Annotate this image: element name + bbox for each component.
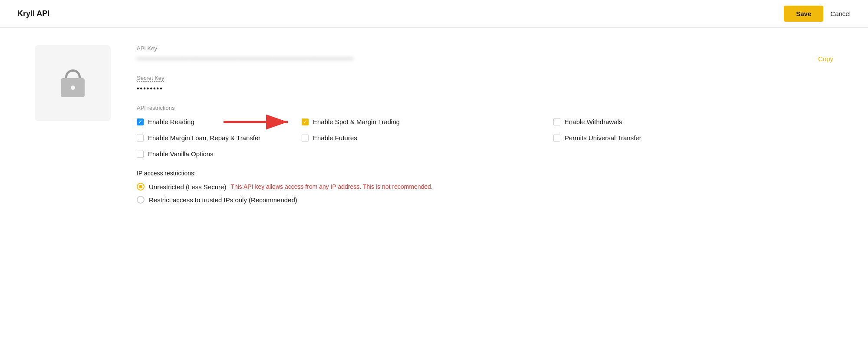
grid-empty-1 xyxy=(302,150,553,158)
ip-restrictions-label: IP access restrictions: xyxy=(137,170,833,177)
checkbox-universal-input[interactable] xyxy=(553,135,560,142)
header-actions: Save Cancel xyxy=(784,6,851,22)
main-content: API Key ••••••••••••••••••••••••••••••••… xyxy=(0,28,868,226)
lock-shackle-icon xyxy=(65,69,81,79)
grid-empty-2 xyxy=(553,150,833,158)
checkbox-vanilla-input[interactable] xyxy=(137,151,144,158)
restrictions-grid: ✓ Enable Reading xyxy=(137,118,833,158)
secret-key-label: Secret Key xyxy=(137,75,833,81)
checkbox-margin-loan-label: Enable Margin Loan, Repay & Transfer xyxy=(148,134,260,142)
checkbox-enable-spot-margin[interactable]: ✓ Enable Spot & Margin Trading xyxy=(302,118,553,125)
radio-trusted-ips[interactable]: Restrict access to trusted IPs only (Rec… xyxy=(137,196,833,204)
api-key-row: ••••••••••••••••••••••••••••••••••••••••… xyxy=(137,55,833,63)
checkbox-enable-withdrawals[interactable]: Enable Withdrawals xyxy=(553,118,833,125)
red-arrow-icon xyxy=(224,113,293,131)
app-title: Kryll API xyxy=(17,9,49,18)
radio-trusted-input[interactable] xyxy=(137,196,145,204)
ip-warning-text: This API key allows access from any IP a… xyxy=(230,183,433,190)
checkbox-universal-label: Permits Universal Transfer xyxy=(565,134,641,142)
checkbox-margin-loan-input[interactable] xyxy=(137,135,144,142)
secret-key-group: Secret Key •••••••• xyxy=(137,75,833,92)
arrow-annotation xyxy=(224,113,293,131)
radio-unrestricted-label-row: Unrestricted (Less Secure) This API key … xyxy=(149,183,433,191)
api-restrictions-section: API restrictions ✓ Enable Reading xyxy=(137,105,833,158)
restrictions-label: API restrictions xyxy=(137,105,833,111)
api-key-group: API Key ••••••••••••••••••••••••••••••••… xyxy=(137,45,833,63)
api-key-value: ••••••••••••••••••••••••••••••••••••••••… xyxy=(137,56,809,62)
copy-link[interactable]: Copy xyxy=(818,55,833,63)
checkbox-spot-margin-input[interactable]: ✓ xyxy=(302,118,309,125)
checkbox-reading-input[interactable]: ✓ xyxy=(137,118,144,125)
checkbox-reading-label: Enable Reading xyxy=(148,118,194,125)
checkbox-withdrawals-input[interactable] xyxy=(553,118,560,125)
lock-icon xyxy=(61,69,85,97)
checkbox-futures-input[interactable] xyxy=(302,135,309,142)
cancel-button[interactable]: Cancel xyxy=(830,10,851,17)
radio-unrestricted-input[interactable] xyxy=(137,183,145,191)
checkbox-vanilla-label: Enable Vanilla Options xyxy=(148,150,214,158)
checkbox-enable-futures[interactable]: Enable Futures xyxy=(302,134,553,142)
lock-keyhole-icon xyxy=(71,86,75,90)
radio-unrestricted[interactable]: Unrestricted (Less Secure) This API key … xyxy=(137,183,833,191)
save-button[interactable]: Save xyxy=(784,6,823,22)
api-key-label: API Key xyxy=(137,45,833,52)
radio-trusted-label: Restrict access to trusted IPs only (Rec… xyxy=(149,196,297,204)
ip-restrictions-section: IP access restrictions: Unrestricted (Le… xyxy=(137,170,833,204)
avatar-box xyxy=(35,45,111,121)
checkbox-withdrawals-label: Enable Withdrawals xyxy=(565,118,622,125)
avatar-section xyxy=(35,45,111,209)
radio-unrestricted-label: Unrestricted (Less Secure) xyxy=(149,183,226,191)
checkbox-enable-vanilla[interactable]: Enable Vanilla Options xyxy=(137,150,302,158)
checkmark-reading: ✓ xyxy=(138,119,142,124)
checkbox-futures-label: Enable Futures xyxy=(313,134,357,142)
form-section: API Key ••••••••••••••••••••••••••••••••… xyxy=(137,45,833,209)
secret-key-value: •••••••• xyxy=(137,85,833,92)
checkbox-permits-universal[interactable]: Permits Universal Transfer xyxy=(553,134,833,142)
radio-unrestricted-dot xyxy=(139,185,142,188)
header: Kryll API Save Cancel xyxy=(0,0,868,28)
lock-body-icon xyxy=(61,78,85,97)
checkbox-spot-margin-label: Enable Spot & Margin Trading xyxy=(313,118,400,125)
checkmark-spot-margin: ✓ xyxy=(303,119,307,124)
checkbox-enable-margin-loan[interactable]: Enable Margin Loan, Repay & Transfer xyxy=(137,134,302,142)
